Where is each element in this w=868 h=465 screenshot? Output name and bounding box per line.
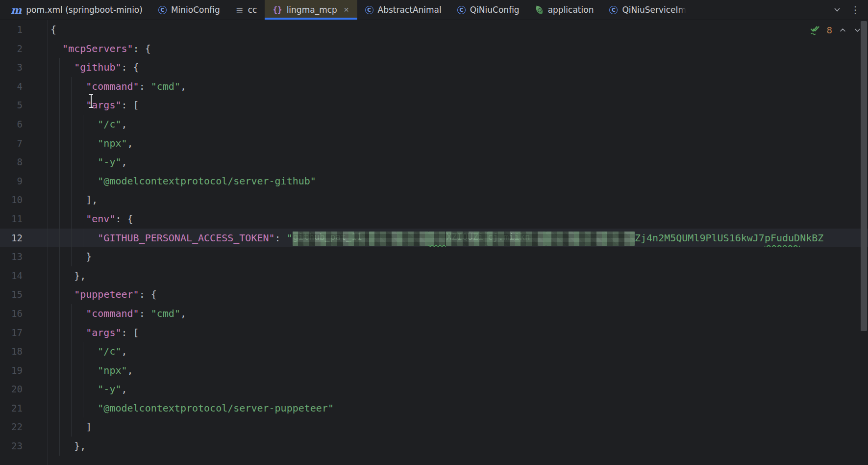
code-text[interactable]: }, [44, 437, 868, 456]
line-number[interactable]: 15 [0, 285, 44, 304]
list-file-icon: ≡ [236, 5, 244, 15]
code-text[interactable]: "@modelcontextprotocol/server-puppeteer" [44, 399, 868, 418]
class-icon: C [365, 6, 373, 14]
indent-guide [59, 304, 60, 323]
indent-guide [83, 399, 83, 418]
code-text[interactable]: "/c", [44, 342, 868, 361]
json-punctuation [50, 345, 98, 357]
redacted-token-segment [546, 232, 635, 245]
json-punctuation: : { [133, 43, 151, 54]
json-key: "args" [86, 327, 121, 338]
code-line-7: 7 "npx", [0, 134, 868, 153]
line-number[interactable]: 5 [0, 96, 44, 115]
code-line-23: 23 }, [0, 437, 868, 456]
line-number[interactable]: 14 [0, 266, 44, 285]
tab-label: cc [248, 0, 257, 20]
line-number[interactable]: 21 [0, 399, 44, 418]
ibeam-mouse-cursor [88, 94, 94, 108]
code-text[interactable]: { [44, 20, 868, 39]
code-text[interactable]: "command": "cmd", [44, 304, 868, 323]
redacted-token-segment: cj.miikn [487, 232, 546, 245]
typo-check-icon[interactable] [809, 25, 820, 36]
json-punctuation [50, 61, 74, 73]
json-punctuation [50, 43, 62, 54]
code-text[interactable]: "-y", [44, 380, 868, 399]
line-number[interactable]: 7 [0, 134, 44, 153]
line-number[interactable]: 16 [0, 304, 44, 323]
line-number[interactable]: 2 [0, 39, 44, 58]
code-text[interactable]: "-y", [44, 153, 868, 172]
close-tab-icon[interactable]: ✕ [344, 6, 349, 13]
indent-guide [59, 285, 60, 304]
tab-lingma-mcp[interactable]: {}lingma_mcp✕ [265, 0, 357, 20]
line-number[interactable]: 3 [0, 58, 44, 77]
code-text[interactable]: "npx", [44, 361, 868, 380]
code-text[interactable]: ], [44, 190, 868, 209]
tab-pom-xml-springboot-minio[interactable]: mpom.xml (springboot-minio) [3, 0, 150, 20]
line-number[interactable]: 4 [0, 77, 44, 96]
code-text[interactable]: "env": { [44, 209, 868, 229]
line-number[interactable]: 19 [0, 361, 44, 380]
line-number[interactable]: 11 [0, 209, 44, 229]
previous-problem-chevron-up-icon[interactable] [839, 26, 847, 34]
indent-guide [71, 342, 72, 361]
indent-guide [83, 153, 83, 172]
indent-guide [71, 153, 72, 172]
line-number[interactable]: 8 [0, 153, 44, 172]
code-text[interactable]: "command": "cmd", [44, 77, 868, 96]
tab-abstractanimal[interactable]: CAbstractAnimal [357, 0, 449, 20]
tabs-container: mpom.xml (springboot-minio)CMinioConfig≡… [0, 0, 829, 20]
code-text[interactable]: "github": { [44, 58, 868, 77]
code-lines: 1{2 "mcpServers": {3 "github": {4 "comma… [0, 20, 868, 456]
indent-guide [71, 190, 72, 209]
indent-guide [59, 58, 60, 77]
code-text[interactable]: "@modelcontextprotocol/server-github" [44, 172, 868, 191]
indent-guide [83, 380, 83, 399]
code-text[interactable]: }, [44, 266, 868, 285]
line-number[interactable]: 18 [0, 342, 44, 361]
json-string: "npx" [98, 364, 127, 376]
code-text[interactable]: ] [44, 417, 868, 437]
line-number[interactable]: 22 [0, 417, 44, 437]
line-number[interactable]: 10 [0, 190, 44, 209]
line-number[interactable]: 9 [0, 172, 44, 191]
indent-guide [59, 190, 60, 209]
code-editor[interactable]: 1{2 "mcpServers": {3 "github": {4 "comma… [0, 20, 868, 465]
indent-guide [83, 229, 83, 248]
line-number[interactable]: 13 [0, 247, 44, 266]
code-line-4: 4 "command": "cmd", [0, 77, 868, 96]
line-number[interactable]: 6 [0, 115, 44, 134]
indent-guide [59, 209, 60, 229]
code-text[interactable]: "npx", [44, 134, 868, 153]
line-number[interactable]: 17 [0, 323, 44, 342]
code-text[interactable]: "mcpServers": { [44, 39, 868, 58]
code-line-13: 13 } [0, 247, 868, 266]
chevron-down-icon[interactable] [833, 6, 841, 14]
json-string: "/c" [98, 118, 121, 130]
vertical-scrollbar-thumb[interactable] [861, 21, 867, 331]
class-icon: C [609, 6, 618, 14]
code-text[interactable]: "/c", [44, 115, 868, 134]
code-text[interactable]: "puppeteer": { [44, 285, 868, 304]
gutter-separator [48, 20, 48, 465]
indent-guide [71, 115, 72, 134]
indent-guide [83, 361, 83, 380]
tab-qiniuserviceim[interactable]: CQiNiuServiceIm [601, 0, 694, 20]
more-options-kebab-icon[interactable]: ⋮ [850, 5, 860, 15]
tab-application[interactable]: application [527, 0, 602, 20]
tab-cc[interactable]: ≡cc [228, 0, 265, 20]
json-punctuation: : { [122, 61, 139, 73]
line-number[interactable]: 12 [0, 229, 44, 248]
tab-qiniuconfig[interactable]: CQiNiuConfig [449, 0, 527, 20]
tab-minioconfig[interactable]: CMinioConfig [150, 0, 228, 20]
class-icon: C [457, 6, 466, 14]
code-text[interactable]: "args": [ [44, 96, 868, 115]
code-text[interactable]: "GITHUB_PERSONAL_ACCESS_TOKEN": "github_… [44, 229, 868, 248]
line-number[interactable]: 23 [0, 437, 44, 456]
ide-window: mpom.xml (springboot-minio)CMinioConfig≡… [0, 0, 868, 465]
code-text[interactable]: } [44, 247, 868, 266]
line-number[interactable]: 1 [0, 20, 44, 39]
code-text[interactable]: "args": [ [44, 323, 868, 342]
line-number[interactable]: 20 [0, 380, 44, 399]
json-punctuation [50, 137, 98, 149]
